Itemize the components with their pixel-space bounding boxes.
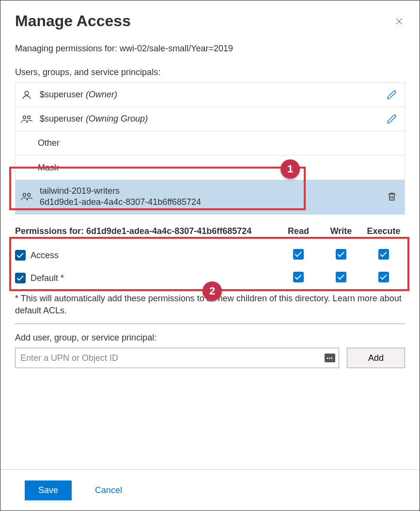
principal-selected-id: 6d1d9de1-adea-4a4c-8307-41b6ff685724 — [40, 197, 379, 208]
perm-row-default: Default * — [15, 267, 405, 290]
principals-list: $superuser (Owner) $superuser (Owning Gr… — [15, 82, 405, 215]
principal-role: (Owner) — [86, 90, 117, 99]
page-title: Manage Access — [15, 12, 131, 30]
access-write-checkbox[interactable] — [336, 249, 346, 260]
permissions-header: Permissions for: 6d1d9de1-adea-4a4c-8307… — [15, 226, 405, 236]
access-enable-checkbox[interactable] — [15, 250, 26, 261]
delete-principal-button[interactable] — [385, 191, 399, 202]
edit-owning-group-button[interactable] — [385, 114, 399, 124]
default-read-checkbox[interactable] — [293, 272, 304, 282]
principal-name: Other — [19, 138, 399, 148]
principals-label: Users, groups, and service principals: — [15, 67, 405, 77]
perm-row-access: Access — [15, 244, 405, 267]
group-icon — [19, 191, 34, 202]
col-write: Write — [320, 226, 362, 236]
access-read-checkbox[interactable] — [293, 249, 304, 260]
default-write-checkbox[interactable] — [336, 272, 346, 282]
upn-input[interactable] — [15, 348, 339, 368]
close-icon — [395, 17, 404, 26]
principal-name: $superuser — [40, 90, 83, 99]
cancel-link[interactable]: Cancel — [95, 485, 122, 496]
principal-role: (Owning Group) — [86, 114, 148, 124]
pencil-icon — [387, 90, 397, 100]
principal-name: $superuser — [40, 114, 83, 124]
principal-row-selected[interactable]: tailwind-2019-writers 6d1d9de1-adea-4a4c… — [16, 180, 404, 215]
user-icon — [19, 90, 34, 100]
picker-icon[interactable]: ••• — [325, 354, 335, 362]
principal-row-other[interactable]: Other — [16, 131, 404, 155]
default-execute-checkbox[interactable] — [378, 272, 389, 282]
add-button[interactable]: Add — [347, 348, 405, 368]
add-principal-label: Add user, group, or service principal: — [15, 333, 405, 343]
permissions-for-label: Permissions for: 6d1d9de1-adea-4a4c-8307… — [15, 226, 277, 236]
access-execute-checkbox[interactable] — [378, 249, 389, 260]
col-execute: Execute — [362, 226, 405, 236]
footer: Save Cancel — [0, 469, 420, 511]
svg-point-3 — [23, 194, 26, 197]
principal-selected-name: tailwind-2019-writers — [40, 186, 379, 197]
context-path: Managing permissions for: wwi-02/sale-sm… — [15, 44, 405, 54]
perm-row-label: Access — [31, 250, 59, 261]
save-button[interactable]: Save — [25, 480, 72, 500]
col-read: Read — [277, 226, 320, 236]
svg-point-1 — [23, 116, 26, 119]
edit-owner-button[interactable] — [385, 90, 399, 100]
perm-row-label: Default * — [31, 273, 64, 283]
close-button[interactable] — [393, 15, 405, 27]
svg-point-0 — [25, 91, 29, 95]
principal-name: Mask — [19, 163, 399, 173]
default-enable-checkbox[interactable] — [15, 273, 26, 283]
svg-point-4 — [28, 194, 31, 197]
trash-icon — [387, 191, 397, 202]
principal-row-mask[interactable]: Mask — [16, 155, 404, 180]
pencil-icon — [387, 114, 397, 124]
group-icon — [19, 114, 34, 124]
svg-point-2 — [28, 116, 31, 119]
principal-row-owning-group[interactable]: $superuser (Owning Group) — [16, 107, 404, 131]
principal-row-owner[interactable]: $superuser (Owner) — [16, 83, 404, 107]
default-acl-note: * This will automatically add these perm… — [15, 293, 405, 324]
